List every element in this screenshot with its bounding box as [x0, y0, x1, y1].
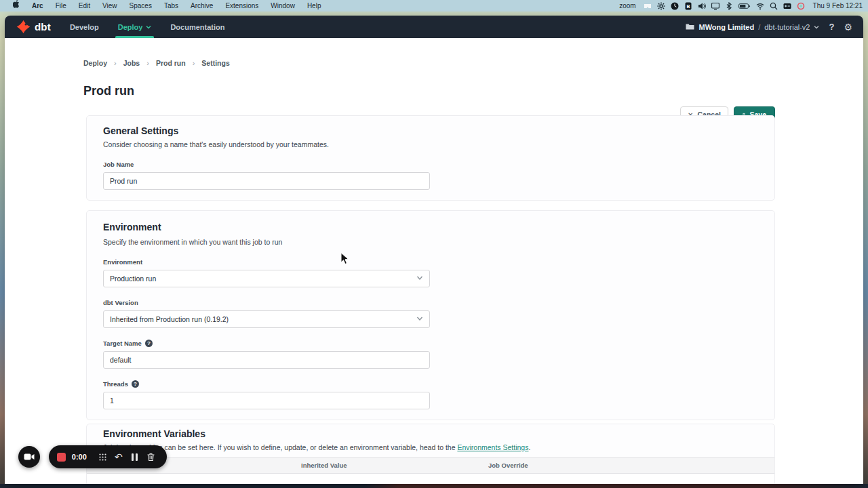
env-vars-table-row — [87, 474, 774, 484]
environment-variables-card: Environment Variables Job level override… — [86, 424, 775, 484]
desktop-wallpaper-strip — [0, 484, 868, 488]
wifi-icon[interactable] — [756, 1, 765, 10]
svg-text:B: B — [687, 3, 690, 8]
chevron-down-icon — [416, 315, 423, 323]
column-inherited-value: Inherited Value — [301, 462, 347, 469]
recorder-tools-button[interactable] — [94, 449, 111, 465]
menu-edit[interactable]: Edit — [73, 0, 96, 12]
threads-help-icon[interactable]: ? — [132, 380, 139, 388]
breadcrumb-prod-run[interactable]: Prod run — [156, 59, 186, 67]
gear-status-icon[interactable] — [657, 1, 666, 10]
job-name-input[interactable] — [103, 172, 430, 190]
column-job-override: Job Override — [488, 462, 528, 469]
env-vars-table-header: Inherited Value Job Override — [87, 457, 774, 474]
chevron-down-icon — [416, 274, 423, 283]
breadcrumb-settings[interactable]: Settings — [201, 59, 229, 67]
project-name: dbt-tutorial-v2 — [764, 23, 810, 31]
page-content: Deploy › Jobs › Prod run › Settings Prod… — [5, 38, 863, 484]
job-name-label: Job Name — [103, 161, 134, 168]
menu-view[interactable]: View — [96, 0, 123, 12]
target-name-label: Target Name ? — [103, 340, 153, 347]
environment-variables-title: Environment Variables — [103, 428, 205, 439]
account-name: MWong Limited — [698, 23, 754, 31]
dbt-logo-icon — [16, 20, 31, 34]
delete-recording-button[interactable] — [142, 449, 159, 465]
environment-title: Environment — [103, 222, 161, 232]
menu-tabs[interactable]: Tabs — [158, 0, 184, 12]
bluetooth-icon[interactable] — [725, 1, 734, 10]
folder-icon — [686, 23, 694, 30]
menubar-clock[interactable]: Thu 9 Feb 12:21 — [810, 2, 863, 9]
screen-mirroring-icon[interactable] — [644, 1, 652, 10]
macos-menubar: Arc File Edit View Spaces Tabs Archive E… — [0, 0, 868, 12]
settings-gear-icon[interactable]: ⚙ — [844, 22, 852, 32]
menu-spaces[interactable]: Spaces — [123, 0, 158, 12]
chevron-down-icon — [146, 24, 151, 30]
recorder-camera-button[interactable] — [18, 446, 40, 468]
environment-variables-description: Job level overrides can be set here. If … — [103, 443, 530, 451]
pause-button[interactable] — [127, 449, 143, 465]
app-b-icon[interactable]: B — [684, 1, 693, 10]
apple-menu-icon[interactable] — [7, 0, 26, 12]
brand-name: dbt — [35, 21, 51, 33]
dbt-version-select[interactable]: Inherited from Production run (0.19.2) — [103, 310, 430, 328]
environment-subtitle: Specify the environment in which you wan… — [103, 238, 282, 246]
nav-deploy[interactable]: Deploy — [108, 16, 161, 38]
volume-icon[interactable] — [698, 1, 707, 10]
breadcrumb-separator: › — [114, 59, 117, 67]
battery-icon[interactable] — [738, 1, 751, 10]
menubar-app-name[interactable]: Arc — [26, 0, 50, 12]
threads-input[interactable] — [103, 392, 430, 409]
page-title: Prod run — [83, 84, 134, 98]
dots-grid-icon — [98, 453, 107, 462]
breadcrumb-jobs[interactable]: Jobs — [123, 59, 140, 67]
nav-documentation[interactable]: Documentation — [161, 16, 234, 38]
menu-help[interactable]: Help — [301, 0, 328, 12]
account-separator: / — [758, 23, 760, 31]
target-name-input[interactable] — [103, 351, 430, 369]
breadcrumb-separator: › — [146, 59, 149, 67]
account-switcher[interactable]: MWong Limited / dbt-tutorial-v2 — [686, 23, 819, 31]
menubar-zoom-app[interactable]: zoom — [616, 0, 638, 12]
clock-app-icon[interactable] — [671, 1, 679, 10]
dbt-version-label: dbt Version — [103, 299, 138, 306]
general-settings-subtitle: Consider choosing a name that's easily u… — [103, 140, 329, 148]
search-icon[interactable] — [770, 1, 778, 10]
main-nav: Develop Deploy Documentation — [60, 16, 235, 38]
menu-window[interactable]: Window — [264, 0, 301, 12]
record-stop-button[interactable] — [57, 453, 66, 462]
recorder-toolbar: 0:00 ↶ — [49, 445, 167, 468]
general-settings-title: General Settings — [103, 125, 178, 136]
video-camera-icon — [24, 453, 35, 461]
breadcrumb-separator: › — [193, 59, 195, 67]
environment-card: Environment Specify the environment in w… — [86, 210, 775, 420]
nav-develop[interactable]: Develop — [60, 16, 108, 38]
undo-button[interactable]: ↶ — [111, 449, 127, 465]
recording-time: 0:00 — [72, 453, 95, 461]
dbt-app-header: dbt Develop Deploy Documentation MWong L… — [5, 16, 863, 38]
pause-icon — [132, 453, 138, 461]
record-status-icon[interactable] — [797, 1, 806, 10]
display-icon[interactable] — [711, 1, 720, 10]
target-name-help-icon[interactable]: ? — [145, 340, 153, 347]
help-button[interactable]: ? — [829, 22, 834, 32]
breadcrumb-deploy[interactable]: Deploy — [83, 59, 107, 67]
browser-window: dbt Develop Deploy Documentation MWong L… — [5, 16, 863, 484]
menu-file[interactable]: File — [50, 0, 73, 12]
trash-icon — [146, 453, 155, 462]
chevron-down-icon — [814, 24, 819, 30]
menu-archive[interactable]: Archive — [184, 0, 219, 12]
breadcrumb: Deploy › Jobs › Prod run › Settings — [83, 59, 230, 67]
general-settings-card: General Settings Consider choosing a nam… — [86, 115, 775, 201]
environment-select-label: Environment — [103, 258, 142, 266]
menu-extensions[interactable]: Extensions — [219, 0, 264, 12]
control-center-icon[interactable] — [783, 1, 792, 10]
threads-label: Threads ? — [103, 380, 139, 388]
dbt-logo[interactable]: dbt — [5, 20, 60, 34]
environments-settings-link[interactable]: Environments Settings — [457, 443, 528, 451]
environment-select[interactable]: Production run — [103, 270, 430, 287]
